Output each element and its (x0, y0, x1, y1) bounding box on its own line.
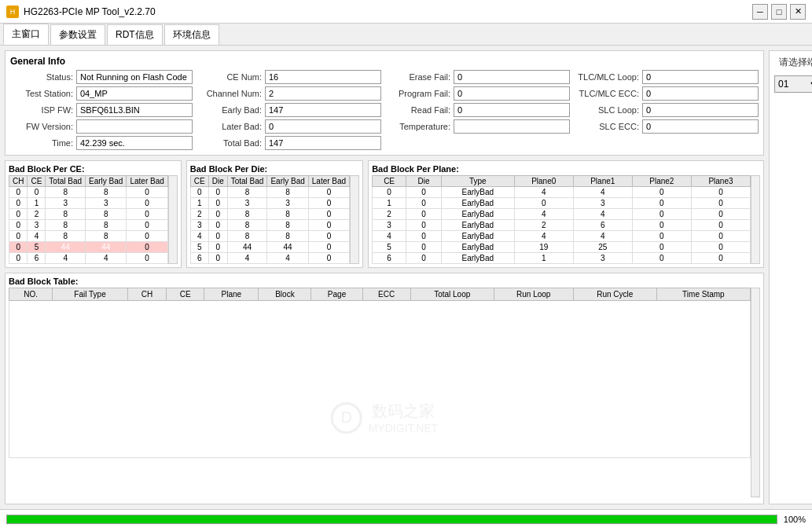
later-bad-value[interactable] (265, 119, 381, 134)
ce-scrollbar[interactable] (168, 175, 178, 264)
die-scrollbar[interactable] (350, 175, 359, 264)
bad-block-per-plane-section: Bad Block Per Plane: CE Die Type Plane0 … (368, 160, 764, 268)
total-bad-value[interactable] (265, 136, 381, 150)
status-value[interactable] (76, 70, 193, 84)
maximize-button[interactable]: □ (771, 4, 787, 20)
col-run-cycle-bb: Run Cycle (573, 288, 656, 301)
ce-num-label: CE Num: (199, 72, 262, 82)
later-bad-row: Later Bad: (199, 119, 381, 134)
close-button[interactable]: ✕ (790, 4, 806, 20)
table-row: 30880 (190, 220, 349, 231)
col-later-bad-die: Later Bad (308, 176, 349, 187)
isp-fw-label: ISP FW: (10, 105, 73, 115)
temperature-value[interactable] (454, 119, 570, 134)
right-panel: 请选择端口 01 02 03 04 ▼ (769, 50, 812, 504)
table-row: 01330 (9, 198, 168, 209)
col-ch: CH (9, 176, 28, 187)
col-plane3: Plane3 (691, 176, 750, 187)
table-row: 00EarlyBad4400 (373, 187, 751, 198)
read-fail-label: Read Fail: (388, 105, 450, 115)
bad-block-per-ce-title: Bad Block Per CE: (9, 164, 178, 174)
bb-scrollbar[interactable] (751, 288, 760, 497)
left-panel: General Info Status: CE Num: Erase Fail: (5, 50, 764, 504)
early-bad-label: Early Bad: (199, 105, 262, 115)
test-station-label: Test Station: (10, 89, 73, 98)
col-no: NO. (9, 288, 53, 301)
title-bar: H HG2263-PCIe MP Tool_v2.2.70 ─ □ ✕ (0, 0, 812, 24)
table-row: 40880 (190, 231, 349, 242)
time-value[interactable] (76, 136, 193, 150)
col-time-stamp-bb: Time Stamp (656, 288, 750, 301)
program-fail-row: Program Fail: (388, 86, 570, 101)
tab-env[interactable]: 环境信息 (164, 24, 219, 45)
table-row: 40EarlyBad4400 (373, 231, 751, 242)
test-station-value[interactable] (76, 86, 193, 101)
col-later-bad: Later Bad (127, 176, 167, 187)
tab-main[interactable]: 主窗口 (3, 24, 49, 45)
menu-bar: 主窗口 参数设置 RDT信息 环境信息 (0, 24, 812, 46)
bad-block-per-plane-table: CE Die Type Plane0 Plane1 Plane2 Plane3 (372, 175, 751, 264)
app-icon: H (6, 6, 19, 18)
col-ce-die: CE (190, 176, 208, 187)
tlcmlc-ecc-label: TLC/MLC ECC: (576, 89, 639, 98)
bad-block-per-ce-table: CH CE Total Bad Early Bad Later Bad 0088… (9, 175, 168, 264)
col-type: Type (441, 176, 514, 187)
slc-loop-value[interactable] (642, 103, 759, 117)
read-fail-row: Read Fail: (388, 103, 570, 117)
table-row: 60440 (190, 253, 349, 264)
test-station-row: Test Station: (10, 86, 193, 101)
bad-block-per-plane-title: Bad Block Per Plane: (372, 164, 760, 174)
status-row: Status: (10, 70, 193, 84)
tlcmlc-loop-value[interactable] (642, 70, 759, 84)
tab-rdt[interactable]: RDT信息 (107, 24, 163, 45)
isp-fw-value[interactable] (76, 103, 193, 117)
time-label: Time: (10, 138, 73, 148)
tab-params[interactable]: 参数设置 (50, 24, 105, 45)
app-title: HG2263-PCIe MP Tool_v2.2.70 (24, 6, 156, 17)
erase-fail-row: Erase Fail: (388, 70, 570, 84)
col-run-loop-bb: Run Loop (494, 288, 573, 301)
table-row: 02880 (9, 209, 168, 220)
table-row: 20EarlyBad4400 (373, 209, 751, 220)
fw-version-value[interactable] (76, 119, 193, 134)
early-bad-value[interactable] (265, 103, 381, 117)
table-row: 30EarlyBad2600 (373, 220, 751, 231)
col-plane-bb: Plane (204, 288, 259, 301)
col-plane2: Plane2 (632, 176, 691, 187)
bad-block-table: NO. Fail Type CH CE Plane Block Page ECC… (9, 288, 751, 458)
slc-loop-label: SLC Loop: (576, 105, 639, 115)
program-fail-value[interactable] (454, 86, 570, 101)
temperature-label: Temperature: (388, 122, 450, 131)
col-ce: CE (28, 176, 46, 187)
erase-fail-value[interactable] (454, 70, 570, 84)
col-fail-type: Fail Type (53, 288, 128, 301)
read-fail-value[interactable] (454, 103, 570, 117)
bad-block-per-ce-section: Bad Block Per CE: CH CE Total Bad Early … (5, 160, 182, 268)
col-die-plane: Die (406, 176, 442, 187)
plane-scrollbar[interactable] (751, 175, 760, 264)
slc-ecc-row: SLC ECC: (576, 119, 759, 134)
bad-block-per-die-section: Bad Block Per Die: CE Die Total Bad Earl… (186, 160, 363, 268)
general-info-title: General Info (10, 56, 759, 67)
bad-block-table-title: Bad Block Table: (9, 277, 760, 286)
window-controls: ─ □ ✕ (752, 4, 806, 20)
channel-num-value[interactable] (265, 86, 381, 101)
bad-block-table-section: Bad Block Table: NO. Fail Type CH CE Pla… (5, 273, 764, 504)
table-row: 50EarlyBad192500 (373, 242, 751, 253)
minimize-button[interactable]: ─ (752, 4, 768, 20)
port-select[interactable]: 01 02 03 04 (774, 75, 812, 93)
col-total-bad-die: Total Bad (227, 176, 267, 187)
time-row: Time: (10, 136, 193, 150)
col-ch-bb: CH (127, 288, 166, 301)
tlcmlc-ecc-row: TLC/MLC ECC: (576, 86, 759, 101)
port-label: 请选择端口 (779, 56, 812, 69)
ce-num-value[interactable] (265, 70, 381, 84)
col-ce-bb: CE (167, 288, 204, 301)
table-row: 00880 (9, 187, 168, 198)
table-row: 06440 (9, 253, 168, 264)
tables-row: Bad Block Per CE: CH CE Total Bad Early … (5, 160, 764, 268)
tlcmlc-ecc-value[interactable] (642, 86, 759, 101)
slc-ecc-value[interactable] (642, 119, 759, 134)
general-info-section: General Info Status: CE Num: Erase Fail: (5, 50, 764, 156)
channel-num-row: Channel Num: (199, 86, 381, 101)
